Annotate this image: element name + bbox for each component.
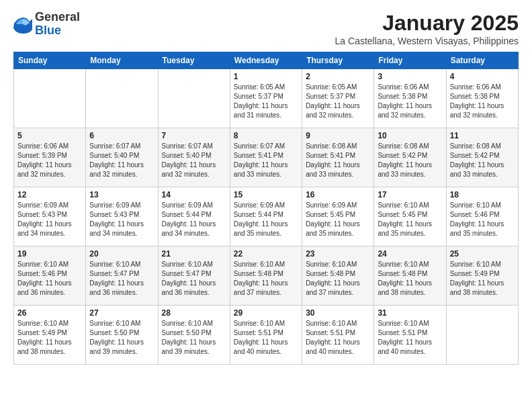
calendar-cell: 22Sunrise: 6:10 AM Sunset: 5:48 PM Dayli… xyxy=(230,246,302,306)
day-info: Sunrise: 6:10 AM Sunset: 5:46 PM Dayligh… xyxy=(450,201,515,238)
day-number: 12 xyxy=(17,190,82,199)
day-info: Sunrise: 6:07 AM Sunset: 5:40 PM Dayligh… xyxy=(162,142,226,179)
calendar-cell: 28Sunrise: 6:10 AM Sunset: 5:50 PM Dayli… xyxy=(158,306,230,365)
day-info: Sunrise: 6:05 AM Sunset: 5:37 PM Dayligh… xyxy=(234,83,298,120)
calendar-cell: 29Sunrise: 6:10 AM Sunset: 5:51 PM Dayli… xyxy=(230,306,302,365)
day-number: 26 xyxy=(17,308,82,318)
calendar-cell: 30Sunrise: 6:10 AM Sunset: 5:51 PM Dayli… xyxy=(302,306,374,365)
day-info: Sunrise: 6:10 AM Sunset: 5:47 PM Dayligh… xyxy=(89,260,154,298)
day-info: Sunrise: 6:10 AM Sunset: 5:48 PM Dayligh… xyxy=(234,260,298,298)
month-title: January 2025 xyxy=(335,11,519,36)
week-row-4: 26Sunrise: 6:10 AM Sunset: 5:49 PM Dayli… xyxy=(14,306,519,365)
day-info: Sunrise: 6:06 AM Sunset: 5:39 PM Dayligh… xyxy=(17,142,82,179)
day-info: Sunrise: 6:08 AM Sunset: 5:41 PM Dayligh… xyxy=(306,142,370,179)
week-row-1: 5Sunrise: 6:06 AM Sunset: 5:39 PM Daylig… xyxy=(14,128,519,187)
week-row-0: 1Sunrise: 6:05 AM Sunset: 5:37 PM Daylig… xyxy=(14,69,519,128)
calendar-cell xyxy=(158,69,230,128)
calendar-cell: 7Sunrise: 6:07 AM Sunset: 5:40 PM Daylig… xyxy=(158,128,230,187)
day-number: 27 xyxy=(89,308,154,318)
calendar-cell: 13Sunrise: 6:09 AM Sunset: 5:43 PM Dayli… xyxy=(86,187,158,246)
calendar-cell: 26Sunrise: 6:10 AM Sunset: 5:49 PM Dayli… xyxy=(14,306,86,365)
day-info: Sunrise: 6:10 AM Sunset: 5:50 PM Dayligh… xyxy=(89,319,154,357)
day-number: 28 xyxy=(162,308,226,318)
calendar-cell xyxy=(14,69,86,128)
day-number: 23 xyxy=(306,249,370,259)
calendar-cell: 25Sunrise: 6:10 AM Sunset: 5:49 PM Dayli… xyxy=(446,246,518,306)
calendar-cell: 23Sunrise: 6:10 AM Sunset: 5:48 PM Dayli… xyxy=(302,246,374,306)
day-info: Sunrise: 6:07 AM Sunset: 5:40 PM Dayligh… xyxy=(89,142,154,179)
calendar-cell: 10Sunrise: 6:08 AM Sunset: 5:42 PM Dayli… xyxy=(374,128,446,187)
weekday-header-sunday: Sunday xyxy=(14,52,86,69)
day-number: 6 xyxy=(89,131,154,140)
day-number: 17 xyxy=(378,190,442,199)
day-number: 25 xyxy=(450,249,515,259)
day-number: 3 xyxy=(378,72,442,81)
day-number: 9 xyxy=(306,131,370,140)
logo-general-text: General xyxy=(35,10,80,24)
calendar-cell: 1Sunrise: 6:05 AM Sunset: 5:37 PM Daylig… xyxy=(230,69,302,128)
page: General Blue January 2025 La Castellana,… xyxy=(0,0,532,375)
calendar-cell: 15Sunrise: 6:09 AM Sunset: 5:44 PM Dayli… xyxy=(230,187,302,246)
day-number: 4 xyxy=(450,72,515,81)
calendar-cell: 6Sunrise: 6:07 AM Sunset: 5:40 PM Daylig… xyxy=(86,128,158,187)
weekday-header-tuesday: Tuesday xyxy=(158,52,230,69)
day-number: 19 xyxy=(17,249,82,259)
day-info: Sunrise: 6:10 AM Sunset: 5:48 PM Dayligh… xyxy=(378,260,442,298)
day-info: Sunrise: 6:09 AM Sunset: 5:43 PM Dayligh… xyxy=(17,201,82,238)
day-number: 10 xyxy=(378,131,442,140)
calendar-cell: 11Sunrise: 6:08 AM Sunset: 5:42 PM Dayli… xyxy=(446,128,518,187)
day-info: Sunrise: 6:09 AM Sunset: 5:44 PM Dayligh… xyxy=(162,201,226,238)
location-title: La Castellana, Western Visayas, Philippi… xyxy=(335,36,519,46)
week-row-2: 12Sunrise: 6:09 AM Sunset: 5:43 PM Dayli… xyxy=(14,187,519,246)
week-row-3: 19Sunrise: 6:10 AM Sunset: 5:46 PM Dayli… xyxy=(14,246,519,306)
calendar-cell: 20Sunrise: 6:10 AM Sunset: 5:47 PM Dayli… xyxy=(86,246,158,306)
weekday-header-thursday: Thursday xyxy=(302,52,374,69)
logo-icon xyxy=(13,15,32,34)
calendar-cell: 18Sunrise: 6:10 AM Sunset: 5:46 PM Dayli… xyxy=(446,187,518,246)
calendar-cell: 9Sunrise: 6:08 AM Sunset: 5:41 PM Daylig… xyxy=(302,128,374,187)
logo: General Blue xyxy=(13,11,80,38)
day-info: Sunrise: 6:09 AM Sunset: 5:45 PM Dayligh… xyxy=(306,201,370,238)
day-number: 14 xyxy=(162,190,226,199)
calendar-cell xyxy=(446,306,518,365)
day-number: 24 xyxy=(378,249,442,259)
day-info: Sunrise: 6:08 AM Sunset: 5:42 PM Dayligh… xyxy=(378,142,442,179)
calendar-cell: 4Sunrise: 6:06 AM Sunset: 5:38 PM Daylig… xyxy=(446,69,518,128)
day-info: Sunrise: 6:10 AM Sunset: 5:46 PM Dayligh… xyxy=(17,260,82,298)
day-info: Sunrise: 6:10 AM Sunset: 5:51 PM Dayligh… xyxy=(234,319,298,357)
day-info: Sunrise: 6:05 AM Sunset: 5:37 PM Dayligh… xyxy=(306,83,370,120)
day-info: Sunrise: 6:10 AM Sunset: 5:49 PM Dayligh… xyxy=(17,319,82,357)
weekday-header-row: SundayMondayTuesdayWednesdayThursdayFrid… xyxy=(14,52,519,69)
calendar-cell: 19Sunrise: 6:10 AM Sunset: 5:46 PM Dayli… xyxy=(14,246,86,306)
weekday-header-friday: Friday xyxy=(374,52,446,69)
day-number: 8 xyxy=(234,131,298,140)
day-info: Sunrise: 6:06 AM Sunset: 5:38 PM Dayligh… xyxy=(450,83,515,120)
day-info: Sunrise: 6:09 AM Sunset: 5:44 PM Dayligh… xyxy=(234,201,298,238)
calendar-cell: 31Sunrise: 6:10 AM Sunset: 5:51 PM Dayli… xyxy=(374,306,446,365)
weekday-header-saturday: Saturday xyxy=(446,52,518,69)
day-number: 29 xyxy=(234,308,298,318)
logo-blue-text: Blue xyxy=(35,24,61,37)
day-number: 7 xyxy=(162,131,226,140)
day-info: Sunrise: 6:10 AM Sunset: 5:45 PM Dayligh… xyxy=(378,201,442,238)
day-number: 2 xyxy=(306,72,370,81)
day-info: Sunrise: 6:10 AM Sunset: 5:50 PM Dayligh… xyxy=(162,319,226,357)
day-number: 21 xyxy=(162,249,226,259)
day-number: 31 xyxy=(378,308,442,318)
weekday-header-wednesday: Wednesday xyxy=(230,52,302,69)
day-info: Sunrise: 6:07 AM Sunset: 5:41 PM Dayligh… xyxy=(234,142,298,179)
calendar-cell: 27Sunrise: 6:10 AM Sunset: 5:50 PM Dayli… xyxy=(86,306,158,365)
weekday-header-monday: Monday xyxy=(86,52,158,69)
calendar-cell: 3Sunrise: 6:06 AM Sunset: 5:38 PM Daylig… xyxy=(374,69,446,128)
calendar-cell: 14Sunrise: 6:09 AM Sunset: 5:44 PM Dayli… xyxy=(158,187,230,246)
day-info: Sunrise: 6:10 AM Sunset: 5:49 PM Dayligh… xyxy=(450,260,515,298)
day-info: Sunrise: 6:06 AM Sunset: 5:38 PM Dayligh… xyxy=(378,83,442,120)
calendar-cell: 8Sunrise: 6:07 AM Sunset: 5:41 PM Daylig… xyxy=(230,128,302,187)
day-number: 18 xyxy=(450,190,515,199)
day-number: 15 xyxy=(234,190,298,199)
title-block: January 2025 La Castellana, Western Visa… xyxy=(335,11,519,46)
calendar-cell: 12Sunrise: 6:09 AM Sunset: 5:43 PM Dayli… xyxy=(14,187,86,246)
day-info: Sunrise: 6:10 AM Sunset: 5:51 PM Dayligh… xyxy=(378,319,442,357)
calendar-cell xyxy=(86,69,158,128)
calendar-cell: 17Sunrise: 6:10 AM Sunset: 5:45 PM Dayli… xyxy=(374,187,446,246)
